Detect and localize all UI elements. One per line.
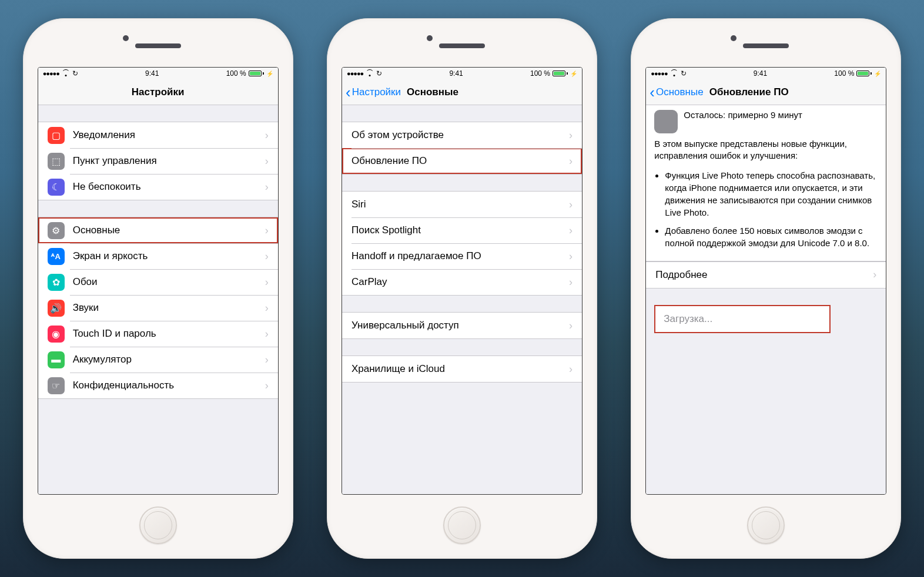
chevron-right-icon: › [265, 224, 269, 237]
row-privacy[interactable]: ☞ Конфиденциальность › [38, 373, 278, 398]
speaker [743, 43, 789, 48]
wifi-icon [366, 71, 374, 76]
download-section: Загрузка... [646, 305, 886, 333]
gear-icon [654, 110, 678, 133]
sounds-icon: 🔊 [48, 300, 65, 317]
update-info-block: Осталось: примерно 9 минут В этом выпуск… [646, 105, 886, 261]
row-storage-icloud[interactable]: Хранилище и iCloud › [342, 356, 582, 382]
battery-pct: 100 % [834, 69, 854, 78]
status-time: 9:41 [145, 69, 159, 78]
row-label: Touch ID и пароль [73, 328, 265, 340]
signal-icon: ●●●●● [347, 70, 363, 77]
privacy-icon: ☞ [48, 377, 65, 394]
phone-top [24, 19, 293, 67]
row-label: Не беспокоить [73, 181, 265, 193]
display-icon: ᴬA [48, 248, 65, 265]
chevron-right-icon: › [569, 276, 573, 288]
home-button[interactable] [443, 506, 481, 544]
battery-pct: 100 % [226, 69, 246, 78]
home-button[interactable] [139, 506, 177, 544]
row-learn-more[interactable]: Подробнее › [646, 262, 886, 288]
phone-top [327, 19, 597, 67]
sync-icon: ↻ [681, 69, 687, 78]
speaker [135, 43, 181, 48]
row-control-center[interactable]: ⬚ Пункт управления › [38, 148, 278, 174]
charging-icon: ⚡ [266, 71, 273, 77]
row-spotlight[interactable]: Поиск Spotlight › [342, 217, 582, 243]
row-label: Основные [73, 224, 265, 236]
chevron-right-icon: › [265, 328, 269, 340]
row-display[interactable]: ᴬA Экран и яркость › [38, 243, 278, 269]
row-dnd[interactable]: ☾ Не беспокоить › [38, 174, 278, 200]
row-about[interactable]: Об этом устройстве › [342, 122, 582, 148]
home-button[interactable] [747, 506, 785, 544]
row-label: Пункт управления [73, 155, 265, 167]
battery-pct: 100 % [530, 69, 550, 78]
navbar-2: ‹ Настройки Основные [342, 79, 582, 105]
chevron-right-icon: › [569, 363, 573, 375]
row-label: Siri [351, 199, 569, 210]
screen-1: ●●●●● ↻ 9:41 100 % ⚡ Настройки ▢ Уведомл… [38, 67, 279, 495]
row-label: Поиск Spotlight [351, 224, 569, 236]
navbar-1: Настройки [38, 79, 278, 105]
status-bar: ●●●●● ↻ 9:41 100 % ⚡ [646, 68, 886, 79]
content-2[interactable]: Об этом устройстве › Обновление ПО › Sir… [342, 105, 582, 494]
row-label: Обои [73, 276, 265, 288]
row-software-update[interactable]: Обновление ПО › [342, 148, 582, 174]
downloading-status: Загрузка... [654, 305, 831, 333]
chevron-left-icon: ‹ [346, 85, 351, 100]
general-group-3: Универсальный доступ › [342, 312, 582, 339]
release-note-item: Функция Live Photo теперь способна распо… [665, 169, 878, 219]
camera-dot [731, 35, 736, 41]
battery-icon [553, 71, 568, 76]
row-handoff[interactable]: Handoff и предлагаемое ПО › [342, 243, 582, 269]
charging-icon: ⚡ [874, 71, 881, 77]
row-touchid[interactable]: ◉ Touch ID и пароль › [38, 321, 278, 347]
release-notes-list: Функция Live Photo теперь способна распо… [654, 169, 878, 249]
page-title: Основные [407, 86, 458, 98]
status-time: 9:41 [754, 69, 767, 78]
row-label: Хранилище и iCloud [351, 363, 569, 375]
row-notifications[interactable]: ▢ Уведомления › [38, 122, 278, 148]
row-label: CarPlay [351, 276, 569, 288]
more-group: Подробнее › [646, 261, 886, 288]
content-1[interactable]: ▢ Уведомления › ⬚ Пункт управления › ☾ Н… [38, 105, 278, 494]
release-note-item: Добавлено более 150 новых символов эмодз… [665, 224, 878, 249]
status-time: 9:41 [449, 69, 463, 78]
wallpaper-icon: ✿ [48, 274, 65, 291]
charging-icon: ⚡ [570, 71, 577, 77]
navbar-3: ‹ Основные Обновление ПО [646, 79, 886, 105]
row-label: Экран и яркость [73, 250, 265, 262]
row-label: Аккумулятор [73, 354, 265, 365]
row-label: Подробнее [655, 269, 873, 281]
settings-group-1: ▢ Уведомления › ⬚ Пункт управления › ☾ Н… [38, 122, 278, 200]
row-battery[interactable]: ▬ Аккумулятор › [38, 347, 278, 373]
row-label: Конфиденциальность [73, 380, 265, 391]
chevron-right-icon: › [569, 155, 573, 167]
row-carplay[interactable]: CarPlay › [342, 269, 582, 295]
chevron-right-icon: › [569, 129, 573, 142]
row-sounds[interactable]: 🔊 Звуки › [38, 295, 278, 321]
chevron-right-icon: › [265, 380, 269, 392]
phone-3: ●●●●● ↻ 9:41 100 % ⚡ ‹ Основные Обновлен… [631, 18, 901, 559]
signal-icon: ●●●●● [43, 70, 59, 77]
row-accessibility[interactable]: Универсальный доступ › [342, 313, 582, 338]
general-group-2: Siri › Поиск Spotlight › Handoff и предл… [342, 191, 582, 296]
row-label: Звуки [73, 302, 265, 314]
speaker [439, 43, 485, 48]
row-wallpaper[interactable]: ✿ Обои › [38, 269, 278, 295]
battery-row-icon: ▬ [48, 351, 65, 368]
content-3[interactable]: Осталось: примерно 9 минут В этом выпуск… [646, 105, 886, 494]
back-button[interactable]: ‹ Основные [646, 85, 707, 100]
chevron-right-icon: › [569, 250, 573, 263]
camera-dot [123, 35, 129, 41]
row-general[interactable]: ⚙ Основные › [38, 217, 278, 243]
chevron-right-icon: › [569, 320, 573, 332]
battery-icon [249, 71, 264, 76]
general-icon: ⚙ [48, 222, 65, 239]
screen-2: ●●●●● ↻ 9:41 100 % ⚡ ‹ Настройки Основны… [342, 67, 582, 495]
row-siri[interactable]: Siri › [342, 192, 582, 217]
back-button[interactable]: ‹ Настройки [342, 85, 404, 100]
sync-icon: ↻ [72, 69, 78, 78]
notifications-icon: ▢ [48, 127, 65, 144]
